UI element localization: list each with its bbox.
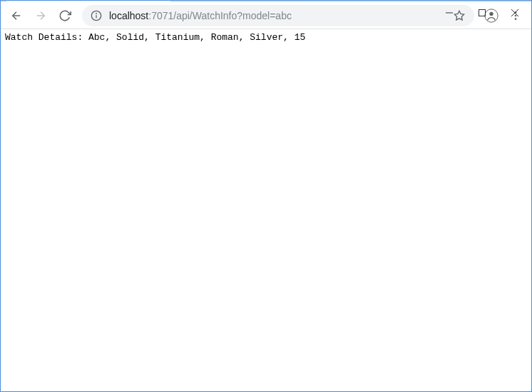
- back-button[interactable]: [5, 4, 28, 27]
- forward-button[interactable]: [29, 4, 52, 27]
- page-body-text: Watch Details: Abc, Solid, Titanium, Rom…: [1, 29, 531, 46]
- svg-rect-1: [479, 10, 486, 16]
- svg-point-12: [96, 13, 97, 14]
- window-close-button[interactable]: [498, 1, 531, 25]
- site-info-icon[interactable]: [91, 10, 102, 21]
- window-maximize-button[interactable]: [466, 1, 498, 25]
- url-text: localhost:7071/api/WatchInfo?model=abc: [109, 10, 446, 21]
- reload-button[interactable]: [53, 4, 76, 27]
- new-tab-button[interactable]: [175, 0, 195, 1]
- browser-tab[interactable]: localhost:7071/api/WatchInfo?model=abc: [6, 0, 170, 2]
- window-minimize-button[interactable]: [433, 1, 466, 25]
- address-bar[interactable]: localhost:7071/api/WatchInfo?model=abc: [82, 5, 474, 26]
